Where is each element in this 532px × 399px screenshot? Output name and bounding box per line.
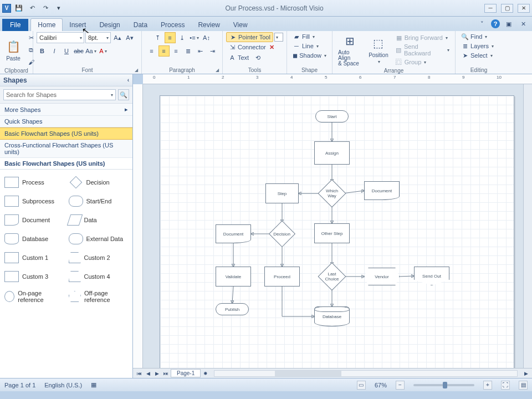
- scroll-right-button[interactable]: ▶: [522, 370, 530, 377]
- node-step[interactable]: Step: [265, 183, 299, 203]
- stencil-shape-external-data[interactable]: External Data: [66, 229, 131, 248]
- tab-home[interactable]: Home: [30, 18, 63, 31]
- case-button[interactable]: Aa: [85, 45, 96, 57]
- switch-windows-icon[interactable]: ▤: [519, 381, 528, 390]
- align-center-icon[interactable]: ≡: [158, 45, 170, 57]
- node-proceed[interactable]: Proceed: [264, 267, 300, 287]
- close-window-button[interactable]: ✕: [518, 4, 530, 13]
- maximize-button[interactable]: ▢: [501, 4, 513, 13]
- stencil-shape-custom-3[interactable]: Custom 3: [2, 267, 66, 286]
- select-button[interactable]: ➤Select: [459, 51, 499, 60]
- window-restore-icon[interactable]: ▣: [503, 18, 514, 29]
- cross-functional-item[interactable]: Cross-Functional Flowchart Shapes (US un…: [0, 140, 132, 158]
- paste-button[interactable]: 📋 Paste: [3, 38, 23, 63]
- language-indicator[interactable]: English (U.S.): [44, 382, 82, 388]
- drawing-page[interactable]: StartAssignStepWhich WayDocumentDocument…: [160, 95, 514, 368]
- window-close-icon[interactable]: ✕: [518, 18, 529, 29]
- zoom-slider[interactable]: [413, 384, 474, 386]
- bullets-icon[interactable]: •≡: [189, 32, 200, 43]
- line-button[interactable]: ─Line: [290, 42, 329, 50]
- tab-insert[interactable]: Insert: [63, 19, 93, 31]
- font-family-select[interactable]: Calibri: [37, 32, 84, 43]
- rectangle-tool-button[interactable]: [274, 33, 283, 42]
- basic-flowchart-item[interactable]: Basic Flowchart Shapes (US units): [0, 127, 132, 140]
- stencil-shape-off-page-reference[interactable]: Off-page reference: [66, 286, 131, 307]
- italic-button[interactable]: I: [49, 45, 60, 57]
- paragraph-dialog-launcher[interactable]: ◢: [214, 68, 220, 73]
- strikethrough-button[interactable]: abc: [73, 45, 84, 57]
- align-top-icon[interactable]: ⤒: [152, 32, 163, 43]
- align-left-icon[interactable]: ≡: [146, 45, 157, 57]
- font-dialog-launcher[interactable]: ◢: [134, 68, 139, 73]
- undo-icon[interactable]: ↶: [27, 3, 38, 14]
- more-shapes-item[interactable]: More Shapes▸: [0, 104, 132, 116]
- text-block-tool-button[interactable]: ⟲: [252, 52, 263, 63]
- stencil-shape-custom-2[interactable]: Custom 2: [66, 248, 131, 267]
- grow-font-icon[interactable]: A▴: [112, 32, 123, 43]
- auto-align-button[interactable]: ⊞ Auto Align & Space: [336, 32, 364, 68]
- fit-window-button[interactable]: ⛶: [501, 381, 510, 390]
- group-button[interactable]: ⿴Group: [393, 58, 452, 66]
- text-direction-icon[interactable]: A↕: [201, 32, 212, 43]
- stencil-shape-custom-4[interactable]: Custom 4: [66, 267, 131, 286]
- shape-search-button[interactable]: 🔍: [118, 89, 129, 100]
- stencil-shape-document[interactable]: Document: [2, 211, 66, 229]
- stencil-shape-custom-1[interactable]: Custom 1: [2, 248, 66, 267]
- increase-indent-icon[interactable]: ⇥: [207, 45, 218, 57]
- shape-search-input[interactable]: Search for Shapes: [3, 89, 116, 100]
- qat-customize-icon[interactable]: ▾: [53, 3, 64, 14]
- font-size-select[interactable]: 8pt.: [85, 32, 111, 43]
- underline-button[interactable]: U: [61, 45, 72, 57]
- node-docr[interactable]: Document: [364, 181, 400, 200]
- align-right-icon[interactable]: ≡: [171, 45, 182, 57]
- shrink-font-icon[interactable]: A▾: [124, 32, 135, 43]
- bring-forward-button[interactable]: ▦Bring Forward: [393, 33, 452, 42]
- minimize-button[interactable]: ─: [484, 4, 497, 13]
- stencil-shape-start-end[interactable]: Start/End: [66, 192, 131, 211]
- pointer-tool-button[interactable]: ➤Pointer Tool: [226, 32, 273, 42]
- presentation-mode-icon[interactable]: ▭: [357, 381, 366, 390]
- stencil-shape-database[interactable]: Database: [2, 229, 66, 248]
- shadow-button[interactable]: ◼Shadow: [290, 51, 329, 60]
- connector-tool-button[interactable]: ⇲Connector: [226, 43, 268, 52]
- node-last[interactable]: Last Choice: [318, 263, 346, 291]
- zoom-level[interactable]: 67%: [375, 382, 387, 388]
- align-middle-icon[interactable]: ≡: [165, 32, 176, 43]
- node-send[interactable]: Send Out: [414, 267, 449, 285]
- bold-button[interactable]: B: [37, 45, 48, 57]
- decrease-indent-icon[interactable]: ⇤: [195, 45, 206, 57]
- file-tab[interactable]: File: [2, 19, 28, 31]
- stencil-shape-process[interactable]: Process: [2, 173, 66, 192]
- node-dec[interactable]: Decision: [269, 221, 295, 247]
- tab-data[interactable]: Data: [127, 19, 154, 31]
- prev-page-button[interactable]: ◀: [144, 370, 152, 377]
- fill-button[interactable]: ▰Fill: [290, 32, 329, 41]
- quick-shapes-item[interactable]: Quick Shapes: [0, 116, 132, 127]
- save-icon[interactable]: 💾: [13, 3, 24, 14]
- node-db[interactable]: Database: [314, 306, 350, 326]
- justify-icon[interactable]: ≣: [183, 45, 194, 57]
- tab-review[interactable]: Review: [191, 19, 226, 31]
- find-button[interactable]: 🔍Find: [459, 32, 499, 41]
- node-start[interactable]: Start: [315, 110, 349, 122]
- stencil-shape-on-page-reference[interactable]: On-page reference: [2, 286, 66, 307]
- help-icon[interactable]: ?: [491, 19, 500, 28]
- font-color-button[interactable]: A: [98, 45, 109, 57]
- align-bottom-icon[interactable]: ⤓: [177, 32, 188, 43]
- stencil-shape-data[interactable]: Data: [66, 211, 131, 229]
- shapes-pane-collapse-icon[interactable]: ‹: [127, 77, 129, 83]
- tab-design[interactable]: Design: [93, 19, 126, 31]
- next-page-button[interactable]: ▶: [153, 370, 161, 377]
- minimize-ribbon-icon[interactable]: ˅: [477, 18, 488, 29]
- redo-icon[interactable]: ↷: [40, 3, 51, 14]
- tab-view[interactable]: View: [227, 19, 254, 31]
- node-other[interactable]: Other Step: [314, 223, 350, 243]
- last-page-button[interactable]: ⏭: [162, 370, 170, 377]
- connection-point-tool-button[interactable]: ✕: [269, 44, 274, 51]
- vertical-scrollbar[interactable]: [523, 84, 532, 368]
- node-validate[interactable]: Validate: [216, 267, 251, 287]
- drawing-canvas[interactable]: StartAssignStepWhich WayDocumentDocument…: [143, 84, 523, 368]
- page-tab-1[interactable]: Page-1: [171, 369, 201, 377]
- node-which[interactable]: Which Way: [318, 180, 346, 208]
- macro-indicator-icon[interactable]: ▦: [91, 381, 96, 388]
